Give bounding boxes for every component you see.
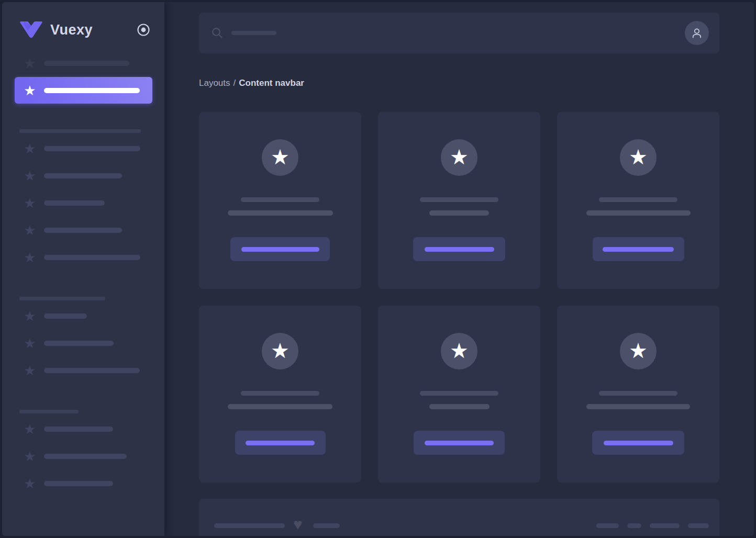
sidebar-item-skeleton[interactable]: ★ [2, 217, 164, 244]
sidebar-item-skeleton[interactable]: ★ [2, 162, 164, 189]
placeholder-card: ★ [199, 306, 361, 483]
star-icon: ★ [23, 84, 37, 97]
star-icon: ★ [450, 147, 469, 167]
card-avatar-circle: ★ [262, 139, 298, 176]
card-avatar-circle: ★ [441, 333, 477, 369]
nav-label-skeleton [44, 88, 140, 93]
placeholder-card: ★ [378, 112, 540, 289]
sidebar-item-active[interactable]: ★ [15, 77, 152, 104]
footer-copyright-skeleton [214, 523, 285, 528]
footer-link-skeleton[interactable] [650, 523, 680, 528]
placeholder-card: ★ [378, 306, 540, 483]
card-title-skeleton [599, 197, 677, 202]
star-icon: ★ [23, 422, 37, 436]
footer-link-skeleton[interactable] [688, 523, 709, 528]
star-icon: ★ [629, 147, 648, 167]
sidebar-item-skeleton[interactable]: ★ [2, 135, 164, 162]
nav-label-skeleton [44, 173, 122, 178]
nav-label-skeleton [44, 341, 114, 346]
button-label-skeleton [246, 441, 315, 445]
main-content: Layouts/Content navbar ★★★★★★ ♥ [164, 2, 754, 536]
nav-label-skeleton [44, 61, 129, 66]
card-text-skeleton [228, 210, 333, 216]
nav-label-skeleton [44, 368, 140, 373]
star-icon: ★ [629, 340, 648, 361]
vuexy-logo-icon [19, 21, 43, 38]
star-icon: ★ [23, 337, 37, 350]
card-title-skeleton [241, 391, 319, 396]
cards-grid: ★★★★★★ [199, 112, 719, 483]
star-icon: ★ [23, 309, 37, 323]
button-label-skeleton [241, 247, 319, 252]
breadcrumb-section[interactable]: Layouts [199, 78, 230, 88]
button-label-skeleton [425, 441, 494, 445]
placeholder-card: ★ [557, 112, 719, 289]
nav-label-skeleton [44, 146, 140, 151]
button-label-skeleton [425, 247, 494, 252]
search-input-placeholder[interactable] [231, 31, 276, 35]
star-icon: ★ [23, 251, 37, 264]
card-avatar-circle: ★ [620, 139, 657, 176]
card-button[interactable] [593, 237, 684, 261]
sidebar-item-skeleton[interactable]: ★ [2, 50, 164, 77]
card-button[interactable] [592, 431, 684, 455]
app-title: Vuexy [50, 22, 137, 38]
star-icon: ★ [23, 142, 37, 155]
footer-link-skeleton[interactable] [627, 523, 641, 528]
star-icon: ★ [271, 147, 290, 167]
sidebar-section-header-skeleton [19, 129, 141, 133]
sidebar-item-skeleton[interactable]: ★ [2, 244, 164, 271]
star-icon: ★ [23, 477, 37, 490]
card-button[interactable] [235, 431, 326, 455]
star-icon: ★ [23, 450, 37, 463]
card-title-skeleton [599, 391, 677, 396]
sidebar-item-skeleton[interactable]: ★ [2, 189, 164, 217]
sidebar-item-skeleton[interactable]: ★ [2, 357, 164, 384]
button-label-skeleton [603, 247, 674, 252]
card-button[interactable] [414, 431, 505, 455]
breadcrumb-separator: / [234, 78, 236, 88]
star-icon: ★ [23, 57, 37, 70]
card-text-skeleton [586, 404, 690, 409]
card-button[interactable] [413, 237, 505, 261]
sidebar-section-header-skeleton [19, 410, 79, 413]
nav-label-skeleton [44, 228, 122, 233]
menu-pin-icon[interactable] [137, 23, 150, 37]
card-title-skeleton [420, 391, 498, 396]
footer-credit-skeleton [313, 523, 340, 528]
sidebar: Vuexy ★★★★★★★★★★★★★ [2, 2, 164, 536]
heart-icon: ♥ [293, 517, 303, 532]
user-avatar[interactable] [685, 21, 709, 45]
footer-row: ♥ [214, 518, 709, 533]
sidebar-section-header-skeleton [19, 297, 105, 300]
content-navbar [199, 13, 719, 53]
breadcrumb-current: Content navbar [239, 78, 304, 88]
nav-label-skeleton [44, 313, 87, 319]
star-icon: ★ [450, 340, 469, 361]
star-icon: ★ [23, 169, 37, 183]
card-text-skeleton [429, 404, 490, 409]
star-icon: ★ [23, 223, 37, 237]
footer: ♥ [199, 499, 719, 538]
placeholder-card: ★ [199, 112, 361, 289]
star-icon: ★ [23, 196, 37, 210]
breadcrumb: Layouts/Content navbar [199, 78, 719, 88]
star-icon: ★ [23, 364, 37, 377]
sidebar-item-skeleton[interactable]: ★ [2, 416, 164, 443]
nav-label-skeleton [44, 427, 113, 432]
sidebar-item-skeleton[interactable]: ★ [2, 302, 164, 330]
sidebar-item-skeleton[interactable]: ★ [2, 443, 164, 470]
card-button[interactable] [230, 237, 330, 261]
card-text-skeleton [228, 404, 332, 409]
sidebar-item-skeleton[interactable]: ★ [2, 330, 164, 357]
nav-label-skeleton [44, 200, 105, 206]
logo-row: Vuexy [2, 2, 164, 43]
sidebar-item-skeleton[interactable]: ★ [2, 470, 164, 497]
card-title-skeleton [241, 197, 319, 202]
sidebar-nav: ★★★★★★★★★★★★★ [2, 43, 164, 536]
card-text-skeleton [586, 210, 691, 216]
footer-links [596, 523, 709, 528]
footer-link-skeleton[interactable] [596, 523, 619, 528]
search-icon[interactable] [211, 27, 224, 39]
card-avatar-circle: ★ [620, 333, 657, 369]
